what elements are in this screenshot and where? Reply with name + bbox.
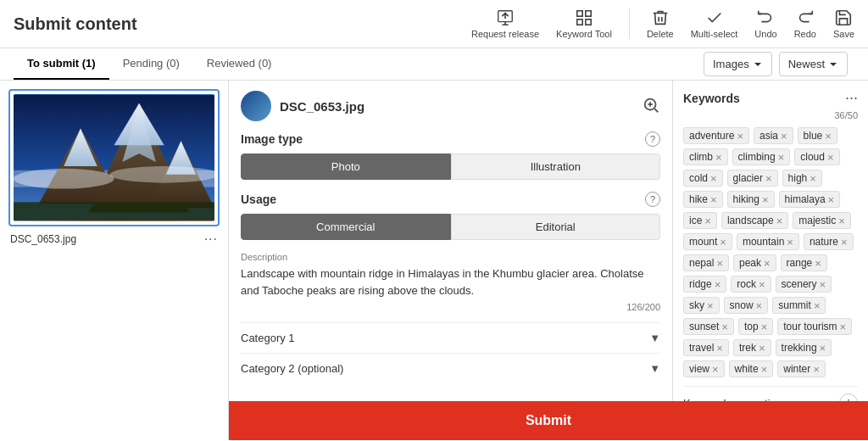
tag-label: rock [737,278,756,290]
zoom-button[interactable] [642,96,660,117]
tag-remove-button[interactable]: × [825,131,832,142]
tag-remove-button[interactable]: × [815,258,821,269]
tag-remove-button[interactable]: × [707,300,714,311]
tag-remove-button[interactable]: × [813,364,820,375]
tag: mountain× [737,233,799,250]
illustration-button[interactable]: Illustration [451,154,661,180]
tag-remove-button[interactable]: × [761,364,768,375]
tag-remove-button[interactable]: × [810,173,816,184]
tag-label: climb [689,151,713,163]
divider [629,8,630,39]
tag: nepal× [683,254,729,271]
tag-label: top [744,321,759,332]
commercial-button[interactable]: Commercial [241,214,451,240]
keywords-panel: Keywords ··· 36/50 adventure×asia×blue×c… [673,81,868,440]
grid-icon [575,8,593,27]
tag-label: majestic [798,215,836,226]
tag-remove-button[interactable]: × [759,343,765,354]
tag: tour tourism× [777,318,852,335]
category2-dropdown[interactable]: Category 2 (optional) ▼ [241,353,660,383]
tag-remove-button[interactable]: × [840,321,847,332]
image-type-title: Image type [241,132,303,146]
editorial-button[interactable]: Editorial [451,214,661,240]
tag-remove-button[interactable]: × [715,279,721,290]
usage-section: Usage ? [241,192,660,207]
usage-help[interactable]: ? [645,192,660,207]
tag-label: blue [804,130,823,142]
tag-remove-button[interactable]: × [841,237,848,248]
tag-remove-button[interactable]: × [721,321,728,332]
tag-label: nepal [689,257,714,269]
photo-button[interactable]: Photo [241,154,451,180]
file-thumbnail [241,91,271,121]
category1-dropdown[interactable]: Category 1 ▼ [241,322,660,353]
image-card[interactable] [8,89,220,226]
tab-reviewed[interactable]: Reviewed (0) [193,48,286,80]
usage-toggle: Commercial Editorial [241,214,660,240]
tag-label: ridge [689,278,712,290]
image-type-filter[interactable]: Images [704,52,772,76]
tag-remove-button[interactable]: × [814,300,821,311]
tag-remove-button[interactable]: × [710,194,717,205]
zoom-icon [642,96,660,114]
tag-remove-button[interactable]: × [720,237,726,248]
svg-rect-3 [577,20,582,25]
tag: landscape× [721,212,788,229]
detail-panel: DSC_0653.jpg Image type ? Photo Illustra… [229,81,673,440]
tag-remove-button[interactable]: × [762,194,769,205]
tag: snow× [724,297,769,314]
save-button[interactable]: Save [833,8,854,39]
page-title: Submit content [14,14,471,34]
tag-label: hike [689,193,708,205]
tag-label: trek [739,342,756,354]
tag-label: glacier [733,172,763,184]
tag-remove-button[interactable]: × [716,258,723,269]
redo-button[interactable]: Redo [794,8,816,39]
tag-remove-button[interactable]: × [761,321,768,332]
description-text[interactable]: Landscape with mountain ridge in Himalay… [241,265,660,299]
keyword-tool-button[interactable]: Keyword Tool [556,8,612,39]
tag-remove-button[interactable]: × [756,300,763,311]
tag-remove-button[interactable]: × [828,194,835,205]
mountain-image [14,94,214,221]
tag-remove-button[interactable]: × [759,279,765,290]
tag-label: peak [739,257,761,269]
tag-remove-button[interactable]: × [715,152,722,163]
svg-rect-2 [586,11,591,16]
tag-label: cold [689,172,708,184]
tag-remove-button[interactable]: × [710,173,717,184]
tag: cold× [683,170,723,187]
tag-remove-button[interactable]: × [820,343,826,354]
tab-to-submit[interactable]: To submit (1) [14,48,109,80]
tag-label: winter [783,363,810,375]
tag-remove-button[interactable]: × [778,152,785,163]
request-release-button[interactable]: Request release [471,8,539,39]
tag-label: summit [778,299,811,311]
submit-button[interactable]: Submit [229,401,868,440]
image-type-help[interactable]: ? [645,131,660,147]
undo-button[interactable]: Undo [754,8,776,39]
svg-line-18 [654,109,658,112]
tab-pending[interactable]: Pending (0) [109,48,193,80]
tag-remove-button[interactable]: × [764,258,771,269]
chevron-down-icon [828,59,838,70]
tag-remove-button[interactable]: × [765,173,772,184]
tag-remove-button[interactable]: × [737,131,743,142]
tag-remove-button[interactable]: × [838,215,845,226]
sort-filter[interactable]: Newest [779,52,848,76]
tag-remove-button[interactable]: × [712,364,719,375]
image-more-button[interactable]: ··· [204,232,218,247]
tag-label: ice [689,215,702,226]
tag-remove-button[interactable]: × [704,215,711,226]
tag-remove-button[interactable]: × [820,279,826,290]
tag-remove-button[interactable]: × [776,215,783,226]
delete-button[interactable]: Delete [647,8,674,39]
tag-remove-button[interactable]: × [827,152,834,163]
keywords-title: Keywords [683,92,740,105]
tag-remove-button[interactable]: × [787,237,793,248]
image-thumbnail [14,94,214,221]
keywords-more-button[interactable]: ··· [845,89,858,107]
multi-select-button[interactable]: Multi-select [691,8,738,39]
tag-remove-button[interactable]: × [781,131,787,142]
tag-remove-button[interactable]: × [716,343,723,354]
